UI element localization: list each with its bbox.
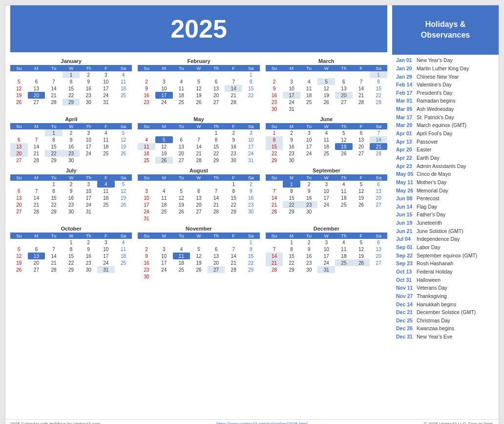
- footer-link[interactable]: https://www.vertex42.com/calendars/2025.…: [216, 422, 307, 424]
- day-cell: 24: [317, 201, 335, 208]
- day-cell: 9: [266, 85, 283, 92]
- day-header-th: Th: [208, 65, 225, 71]
- day-cell: 6: [208, 246, 225, 253]
- day-cell: 11: [335, 246, 353, 253]
- day-cell: 14: [266, 253, 283, 259]
- day-cell: 1: [283, 239, 300, 246]
- day-header-sa: Sa: [115, 65, 132, 71]
- day-cell: 18: [335, 194, 353, 201]
- day-cell: 16: [242, 194, 260, 201]
- day-cell: 20: [28, 259, 45, 266]
- day-cell: 30: [80, 99, 97, 106]
- day-header-w: W: [63, 174, 80, 181]
- day-cell: 15: [283, 194, 300, 201]
- day-cell: 15: [370, 85, 387, 92]
- day-cell: 6: [10, 136, 28, 143]
- day-header-sa: Sa: [242, 65, 260, 71]
- day-header-m: M: [283, 233, 300, 239]
- day-cell: 18: [97, 143, 115, 150]
- day-cell: [335, 106, 353, 112]
- day-cell: 18: [173, 259, 190, 266]
- day-cell: [10, 181, 28, 188]
- day-cell: 22: [283, 201, 300, 208]
- holiday-date: Feb 14: [396, 82, 417, 88]
- day-header-su: Su: [10, 65, 28, 71]
- day-cell: 5: [335, 129, 353, 136]
- holiday-date: Mar 17: [396, 114, 417, 121]
- day-cell: 29: [266, 157, 283, 164]
- day-cell: 13: [353, 136, 370, 143]
- day-header-th: Th: [80, 233, 97, 239]
- day-header-th: Th: [80, 174, 97, 181]
- day-cell: 23: [80, 92, 97, 99]
- day-cell: 9: [242, 188, 260, 194]
- day-cell: 11: [335, 188, 353, 194]
- holiday-name: Easter: [417, 147, 431, 153]
- day-cell: 31: [242, 157, 260, 164]
- holiday-date: Jun 21: [396, 228, 417, 235]
- day-header-sa: Sa: [370, 65, 387, 71]
- day-header-th: Th: [208, 233, 225, 239]
- day-cell: 15: [225, 194, 242, 201]
- day-header-m: M: [28, 65, 45, 71]
- list-item: Sep 01Labor Day: [396, 244, 495, 252]
- day-cell: 4: [115, 239, 132, 246]
- day-cell: 10: [300, 136, 318, 143]
- day-cell: [300, 157, 318, 164]
- day-cell: [115, 208, 132, 215]
- day-cell: 12: [155, 143, 173, 150]
- day-cell: 13: [335, 85, 353, 92]
- list-item: Dec 26Kwanzaa begins: [396, 325, 495, 333]
- holiday-date: Sep 23: [396, 260, 417, 267]
- day-cell: 28: [28, 157, 45, 164]
- day-cell: 3: [97, 71, 115, 78]
- day-cell: 7: [225, 246, 242, 253]
- day-cell: 12: [115, 136, 132, 143]
- day-cell: 2: [300, 181, 318, 188]
- day-cell: 8: [283, 188, 300, 194]
- month-block-june: JuneSuMTuWThFSa1234567891011121314151617…: [266, 116, 387, 164]
- day-cell: [266, 181, 283, 188]
- month-title-july: July: [10, 168, 132, 173]
- day-header-m: M: [28, 233, 45, 239]
- day-cell: 29: [63, 99, 80, 106]
- day-cell: [317, 106, 335, 112]
- day-cell: [155, 215, 173, 222]
- day-cell: 11: [173, 253, 190, 259]
- day-header-m: M: [28, 123, 45, 129]
- day-cell: 11: [115, 78, 132, 85]
- day-header-tu: Tu: [45, 233, 63, 239]
- day-cell: 3: [283, 78, 300, 85]
- day-cell: 7: [225, 78, 242, 85]
- day-cell: 7: [45, 246, 63, 253]
- day-cell: 2: [138, 78, 155, 85]
- day-cell: [283, 71, 300, 78]
- day-cell: 17: [317, 194, 335, 201]
- day-cell: 16: [80, 253, 97, 259]
- day-cell: 17: [283, 92, 300, 99]
- holiday-date: Nov 27: [396, 293, 417, 300]
- day-cell: 7: [28, 188, 45, 194]
- day-cell: 24: [80, 150, 97, 157]
- day-header-w: W: [317, 65, 335, 71]
- day-cell: [80, 157, 97, 164]
- day-cell: 17: [97, 85, 115, 92]
- day-cell: 11: [97, 188, 115, 194]
- day-cell: [317, 208, 335, 215]
- months-grid: JanuarySuMTuWThFSa1234567891011121314151…: [10, 56, 387, 282]
- day-cell: 3: [80, 129, 97, 136]
- holiday-date: Apr 01: [396, 130, 417, 137]
- day-cell: 7: [353, 78, 370, 85]
- day-cell: 27: [28, 266, 45, 273]
- day-cell: 28: [45, 99, 63, 106]
- month-block-july: JulySuMTuWThFSa1234567891011121314151617…: [10, 168, 132, 222]
- day-cell: 29: [208, 157, 225, 164]
- day-cell: 1: [63, 71, 80, 78]
- day-header-th: Th: [80, 65, 97, 71]
- day-header-w: W: [190, 65, 208, 71]
- day-header-th: Th: [208, 123, 225, 129]
- day-header-sa: Sa: [370, 233, 387, 239]
- day-cell: 21: [266, 201, 283, 208]
- day-cell: 29: [283, 208, 300, 215]
- day-cell: 3: [317, 181, 335, 188]
